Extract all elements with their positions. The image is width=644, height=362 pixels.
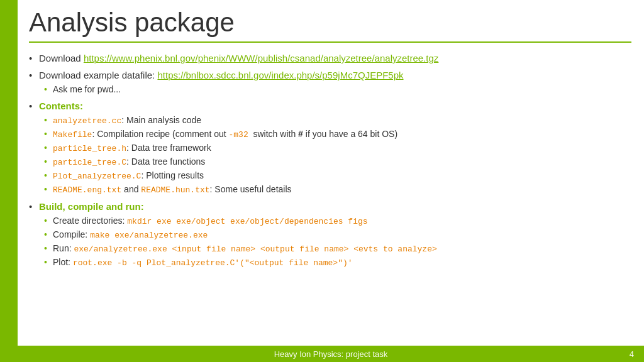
sub-item-particle-tree-c: particle_tree.C: Data tree functions — [39, 155, 631, 169]
text-makefile: : Compilation recipe (comment out — [92, 129, 228, 139]
pwd-text: Ask me for pwd... — [53, 84, 121, 94]
text-create-dirs: Create directories: — [53, 216, 127, 226]
sub-item-pwd: Ask me for pwd... — [39, 83, 631, 96]
code-readme-eng: README.eng.txt — [53, 185, 121, 195]
sub-list-build: Create directories: mkdir exe exe/object… — [39, 214, 631, 269]
slide-title: Analysis package — [29, 8, 631, 43]
text-makefile2: switch with — [248, 129, 298, 139]
text-analyzetree-cc: : Main analysis code — [121, 115, 201, 125]
footer-bar: Heavy Ion Physics: project task 4 — [18, 346, 644, 362]
text-plot: Plot: — [53, 257, 73, 267]
sub-list-download2: Ask me for pwd... — [39, 83, 631, 96]
list-item-contents: Contents: analyzetree.cc: Main analysis … — [29, 99, 631, 196]
text-readme-and: and — [121, 184, 141, 194]
code-mkdir: mkdir exe exe/object exe/object/dependen… — [127, 217, 367, 226]
text-particle-tree-c: : Data tree functions — [126, 156, 205, 167]
sub-list-contents: analyzetree.cc: Main analysis code Makef… — [39, 114, 631, 196]
download1-prefix: Download — [39, 53, 84, 63]
list-item-build: Build, compile and run: Create directori… — [29, 200, 631, 269]
hash-symbol: # — [298, 129, 303, 139]
code-make: make exe/analyzetree.exe — [90, 231, 208, 240]
left-accent-bar — [0, 0, 18, 362]
code-particle-tree-c: particle_tree.C — [53, 158, 126, 167]
sub-item-readme: README.eng.txt and README.hun.txt: Some … — [39, 183, 631, 197]
list-item-download1: Download https://www.phenix.bnl.gov/phen… — [29, 52, 631, 65]
code-makefile: Makefile — [53, 130, 92, 140]
sub-item-run: Run: exe/analyzetree.exe <input file nam… — [39, 242, 631, 256]
code-plot: root.exe -b -q Plot_analyzetree.C'("<out… — [73, 258, 353, 268]
code-analyzetree-cc: analyzetree.cc — [53, 116, 121, 126]
sub-item-makefile: Makefile: Compilation recipe (comment ou… — [39, 128, 631, 141]
code-m32: -m32 — [229, 130, 248, 140]
text-plot-analyzetree: : Plotting results — [141, 170, 204, 180]
main-list: Download https://www.phenix.bnl.gov/phen… — [29, 52, 631, 343]
build-label: Build, compile and run: — [39, 201, 144, 212]
text-compile: Compile: — [53, 229, 90, 239]
sub-item-compile: Compile: make exe/analyzetree.exe — [39, 228, 631, 242]
code-readme-hun: README.hun.txt — [141, 185, 209, 195]
code-run: exe/analyzetree.exe <input file name> <o… — [74, 244, 436, 254]
footer-text: Heavy Ion Physics: project task — [274, 349, 388, 359]
list-item-download2: Download example datafile: https://bnlbo… — [29, 69, 631, 96]
sub-item-plot-analyzetree: Plot_analyzetree.C: Plotting results — [39, 169, 631, 183]
sub-item-create-dirs: Create directories: mkdir exe exe/object… — [39, 214, 631, 228]
contents-label: Contents: — [39, 101, 83, 111]
download2-link[interactable]: https://bnlbox.sdcc.bnl.gov/index.php/s/… — [157, 70, 403, 80]
text-run: Run: — [53, 243, 74, 253]
text-readme-desc: : Some useful details — [210, 184, 292, 194]
slide-content: Analysis package Download https://www.ph… — [18, 0, 644, 362]
sub-item-particle-tree-h: particle_tree.h: Data tree framework — [39, 141, 631, 155]
slide: Analysis package Download https://www.ph… — [0, 0, 644, 362]
text-makefile3: if you have a 64 bit OS) — [303, 129, 397, 139]
download1-link[interactable]: https://www.phenix.bnl.gov/phenix/WWW/pu… — [84, 53, 438, 63]
sub-item-plot: Plot: root.exe -b -q Plot_analyzetree.C'… — [39, 256, 631, 270]
slide-number: 4 — [630, 349, 634, 359]
sub-item-analyzetree-cc: analyzetree.cc: Main analysis code — [39, 114, 631, 128]
text-particle-tree-h: : Data tree framework — [126, 143, 211, 153]
download2-prefix: Download example datafile: — [39, 70, 157, 80]
code-particle-tree-h: particle_tree.h — [53, 144, 126, 153]
code-plot-analyzetree: Plot_analyzetree.C — [53, 172, 141, 181]
